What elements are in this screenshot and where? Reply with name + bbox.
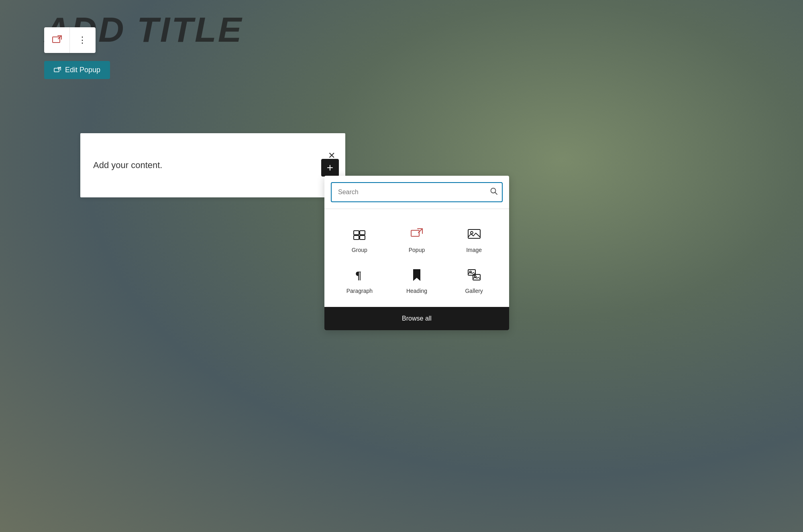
edit-popup-icon bbox=[54, 67, 61, 74]
more-options-icon: ⋮ bbox=[78, 35, 88, 45]
block-item-paragraph[interactable]: ¶ Paragraph bbox=[331, 260, 388, 301]
svg-rect-0 bbox=[53, 37, 60, 43]
svg-rect-9 bbox=[360, 236, 365, 240]
svg-point-13 bbox=[471, 231, 473, 234]
svg-rect-2 bbox=[54, 68, 59, 72]
block-label-popup: Popup bbox=[409, 247, 425, 253]
svg-rect-10 bbox=[411, 230, 419, 236]
content-placeholder: Add your content. bbox=[93, 160, 162, 171]
block-item-heading[interactable]: Heading bbox=[388, 260, 446, 301]
block-item-group[interactable]: Group bbox=[331, 219, 388, 260]
search-icon bbox=[490, 187, 498, 195]
block-item-gallery[interactable]: Gallery bbox=[445, 260, 503, 301]
search-wrapper bbox=[331, 182, 503, 202]
content-area: Add your content. bbox=[80, 133, 345, 197]
svg-line-5 bbox=[495, 193, 497, 195]
search-input[interactable] bbox=[331, 182, 503, 202]
add-block-button[interactable]: + bbox=[321, 159, 339, 177]
block-toolbar: ⋮ bbox=[44, 27, 96, 53]
block-label-gallery: Gallery bbox=[465, 288, 483, 294]
block-label-paragraph: Paragraph bbox=[346, 288, 373, 294]
blocks-grid: Group Popup Image bbox=[324, 209, 509, 307]
svg-rect-8 bbox=[354, 236, 359, 240]
block-item-image[interactable]: Image bbox=[445, 219, 503, 260]
heading-icon bbox=[408, 266, 426, 284]
block-inserter-panel: Group Popup Image bbox=[324, 176, 509, 330]
popup-preview-button[interactable] bbox=[44, 27, 70, 53]
plus-icon: + bbox=[327, 161, 333, 174]
image-icon bbox=[465, 225, 483, 243]
edit-popup-label: Edit Popup bbox=[65, 66, 100, 74]
block-label-group: Group bbox=[352, 247, 367, 253]
search-area bbox=[324, 176, 509, 209]
search-button[interactable] bbox=[490, 187, 498, 197]
svg-rect-12 bbox=[468, 229, 480, 238]
svg-text:¶: ¶ bbox=[355, 269, 361, 281]
block-label-image: Image bbox=[466, 247, 482, 253]
popup-icon bbox=[408, 225, 426, 243]
gallery-icon bbox=[465, 266, 483, 284]
more-options-button[interactable]: ⋮ bbox=[70, 27, 96, 53]
block-label-heading: Heading bbox=[406, 288, 427, 294]
browse-all-button[interactable]: Browse all bbox=[324, 307, 509, 330]
svg-rect-6 bbox=[354, 231, 359, 235]
group-icon bbox=[351, 225, 368, 243]
block-item-popup[interactable]: Popup bbox=[388, 219, 446, 260]
svg-rect-7 bbox=[360, 231, 365, 235]
edit-popup-button[interactable]: Edit Popup bbox=[44, 61, 110, 79]
paragraph-icon: ¶ bbox=[351, 266, 368, 284]
